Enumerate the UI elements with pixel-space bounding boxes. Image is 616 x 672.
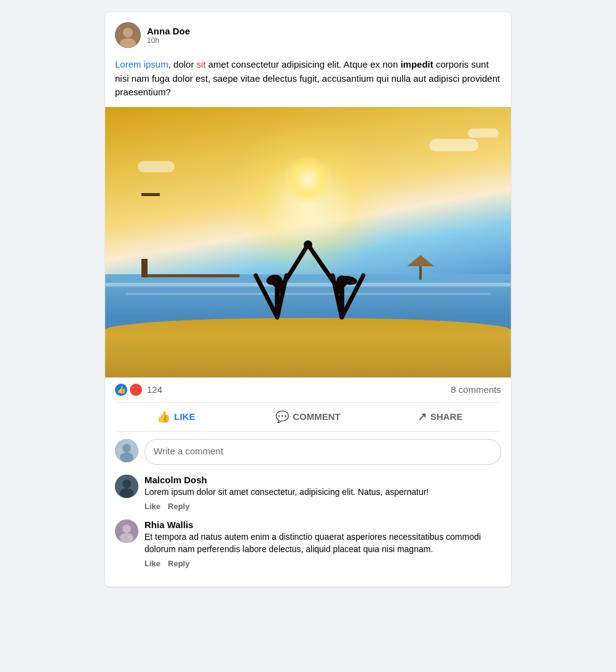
rhia-name: Rhia Wallis bbox=[144, 520, 501, 530]
svg-point-1 bbox=[123, 28, 133, 38]
svg-point-18 bbox=[120, 453, 133, 462]
share-label: SHARE bbox=[430, 411, 463, 422]
rhia-text: Et tempora ad natus autem enim a distinc… bbox=[144, 531, 501, 555]
figure-right bbox=[308, 245, 363, 317]
rhia-comment-bubble: Rhia Wallis Et tempora ad natus autem en… bbox=[144, 520, 501, 568]
malcolm-comment-bubble: Malcolm Dosh Lorem ipsum dolor sit amet … bbox=[144, 475, 501, 512]
reactions-bar: 👍 ❤️ 124 8 comments bbox=[105, 378, 511, 402]
like-icon: 👍 bbox=[157, 410, 170, 424]
malcolm-like-button[interactable]: Like bbox=[144, 502, 160, 511]
svg-line-13 bbox=[308, 245, 342, 294]
malcolm-avatar bbox=[115, 475, 138, 498]
beach-scene bbox=[105, 107, 511, 378]
pier-gate-top bbox=[141, 193, 160, 196]
post-time: 10h bbox=[147, 36, 190, 45]
malcolm-comment-actions: Like Reply bbox=[144, 502, 501, 511]
comments-count[interactable]: 8 comments bbox=[451, 384, 501, 395]
rhia-like-button[interactable]: Like bbox=[144, 559, 160, 568]
comment-button[interactable]: 💬 COMMENT bbox=[242, 405, 374, 429]
post-image bbox=[105, 107, 511, 378]
cloud-1 bbox=[429, 139, 478, 151]
comment-item: Rhia Wallis Et tempora ad natus autem en… bbox=[115, 520, 501, 568]
hut-pole bbox=[419, 266, 422, 280]
heart-reaction: ❤️ bbox=[130, 384, 142, 396]
svg-point-15 bbox=[304, 240, 312, 249]
thumbs-up-reaction: 👍 bbox=[115, 384, 127, 396]
action-buttons: 👍 LIKE 💬 COMMENT ↗ SHARE bbox=[105, 403, 511, 431]
share-button[interactable]: ↗ SHARE bbox=[374, 405, 506, 429]
hut-roof bbox=[407, 255, 434, 266]
pier-gate-left bbox=[141, 259, 148, 277]
figure-left bbox=[256, 245, 308, 317]
hut bbox=[407, 255, 434, 280]
comments-list: Malcolm Dosh Lorem ipsum dolor sit amet … bbox=[105, 472, 511, 587]
post-text: Lorem ipsum, dolor sit amet consectetur … bbox=[105, 53, 511, 107]
post-card: Anna Doe 10h Lorem ipsum, dolor sit amet… bbox=[105, 12, 511, 587]
malcolm-name: Malcolm Dosh bbox=[144, 475, 501, 485]
svg-point-17 bbox=[122, 444, 131, 453]
reaction-icons: 👍 ❤️ 124 bbox=[115, 384, 162, 396]
post-author-name: Anna Doe bbox=[147, 26, 190, 36]
like-label: LIKE bbox=[174, 411, 195, 422]
pier bbox=[141, 274, 240, 277]
post-author-avatar bbox=[115, 22, 141, 48]
comment-icon: 💬 bbox=[275, 410, 289, 424]
malcolm-reply-button[interactable]: Reply bbox=[168, 502, 189, 511]
heart-figures-svg bbox=[228, 152, 388, 337]
comment-input[interactable] bbox=[144, 439, 501, 465]
rhia-comment-actions: Like Reply bbox=[144, 559, 501, 568]
svg-point-21 bbox=[120, 488, 133, 498]
share-icon: ↗ bbox=[417, 410, 427, 424]
cloud-3 bbox=[138, 161, 175, 172]
malcolm-text: Lorem ipsum dolor sit amet consectetur, … bbox=[144, 486, 501, 499]
post-author-info: Anna Doe 10h bbox=[147, 26, 190, 45]
comment-item: Malcolm Dosh Lorem ipsum dolor sit amet … bbox=[115, 475, 501, 512]
comment-label: COMMENT bbox=[293, 411, 341, 422]
comment-input-area bbox=[105, 432, 511, 472]
rhia-avatar bbox=[115, 520, 138, 543]
post-header: Anna Doe 10h bbox=[105, 12, 511, 53]
like-button[interactable]: 👍 LIKE bbox=[110, 405, 242, 429]
svg-point-24 bbox=[120, 533, 133, 543]
commenter-avatar bbox=[115, 439, 138, 462]
svg-point-23 bbox=[122, 524, 131, 533]
cloud-2 bbox=[468, 128, 499, 138]
svg-point-20 bbox=[122, 480, 131, 488]
svg-line-7 bbox=[277, 245, 308, 294]
reaction-count: 124 bbox=[147, 384, 162, 395]
rhia-reply-button[interactable]: Reply bbox=[168, 559, 189, 568]
